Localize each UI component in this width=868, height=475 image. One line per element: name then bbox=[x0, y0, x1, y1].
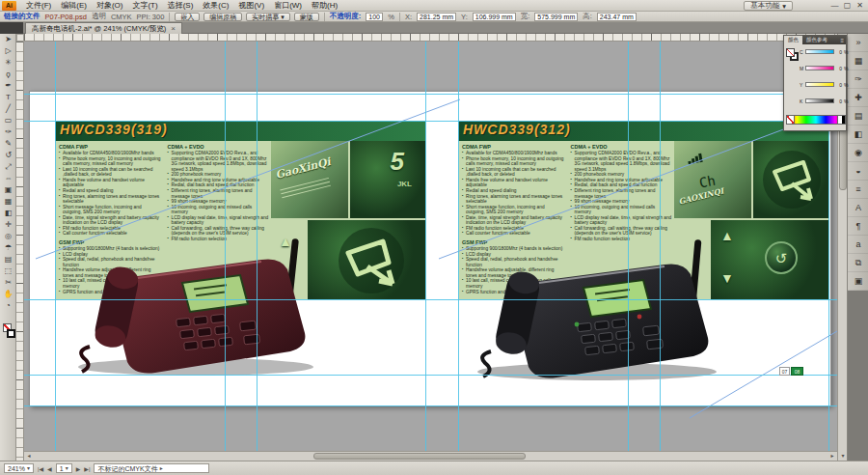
cyan-slider[interactable] bbox=[805, 49, 834, 54]
slice-tool-icon[interactable]: ✂ bbox=[0, 277, 16, 289]
height-input[interactable]: 243.47 mm bbox=[597, 13, 637, 21]
collapse-dock-icon[interactable]: » bbox=[848, 34, 868, 52]
brushes-panel-icon[interactable]: ✑ bbox=[848, 70, 868, 89]
tab-color[interactable]: 颜色 bbox=[784, 36, 802, 44]
paragraph-panel-icon[interactable]: ¶ bbox=[848, 217, 868, 236]
swatches-panel-icon[interactable]: ▦ bbox=[848, 52, 868, 70]
stroke-color-swatch[interactable] bbox=[7, 329, 15, 338]
x-input[interactable]: 281.25 mm bbox=[417, 13, 456, 21]
zoom-tool-icon[interactable]: ◔ bbox=[0, 300, 16, 312]
symbols-panel-icon[interactable]: ✚ bbox=[848, 89, 868, 107]
menu-select[interactable]: 选择(S) bbox=[163, 0, 199, 11]
mesh-tool-icon[interactable]: ▦ bbox=[0, 196, 16, 208]
next-artboard-icon[interactable]: ▶ bbox=[76, 465, 81, 472]
tab-color-guide[interactable]: 颜色参考 bbox=[802, 36, 831, 44]
fill-stroke-indicator[interactable] bbox=[786, 48, 800, 62]
tools: ➤▷✳ϙ✒T╱▭✑✎↺⤢⇔▣▦◧✛◎☂▤⬚✂✋◔ bbox=[0, 34, 15, 312]
page-number-chip: 08 bbox=[791, 367, 803, 376]
previous-artboard-icon[interactable]: ◀ bbox=[47, 465, 52, 472]
workspace-switcher[interactable]: 基本功能 ▾ bbox=[744, 1, 793, 11]
horizontal-scrollbar[interactable]: ◂ ▸ bbox=[24, 451, 837, 461]
stroke-panel-icon[interactable]: ≡ bbox=[848, 181, 868, 199]
menu-type[interactable]: 文字(T) bbox=[127, 0, 162, 11]
menu-edit[interactable]: 编辑(E) bbox=[56, 0, 92, 11]
scroll-right-icon[interactable]: ▸ bbox=[827, 452, 837, 461]
paintbrush-tool-icon[interactable]: ✑ bbox=[0, 126, 16, 138]
brand-script-text: GaoXinQi bbox=[274, 155, 332, 182]
black-slider-row: K 0 % bbox=[800, 98, 848, 104]
none-color-swatch[interactable] bbox=[787, 116, 795, 124]
close-icon[interactable]: × bbox=[171, 24, 176, 33]
artboard-number-field[interactable]: 1 ▾ bbox=[56, 463, 72, 473]
blend-tool-icon[interactable]: ◎ bbox=[0, 231, 16, 242]
control-buttons: 嵌入编辑原稿实时描摹 ▾蒙版 bbox=[175, 13, 318, 21]
symbol-sprayer-tool-icon[interactable]: ☂ bbox=[0, 242, 16, 254]
yellow-slider[interactable] bbox=[805, 82, 834, 87]
menu-window[interactable]: 窗口(W) bbox=[269, 0, 307, 11]
pen-tool-icon[interactable]: ✒ bbox=[0, 80, 16, 92]
transparency-panel-icon[interactable]: ◒ bbox=[848, 162, 868, 181]
hand-tool-icon[interactable]: ✋ bbox=[0, 289, 16, 300]
edit-original-button[interactable]: 编辑原稿 bbox=[203, 13, 242, 21]
minimize-button[interactable]: — bbox=[828, 0, 841, 11]
rectangle-tool-icon[interactable]: ▭ bbox=[0, 115, 16, 126]
direct-selection-tool-icon[interactable]: ▷ bbox=[0, 45, 16, 57]
appearance-panel-icon[interactable]: ◉ bbox=[848, 144, 868, 162]
line-tool-icon[interactable]: ╱ bbox=[0, 103, 16, 115]
eyedropper-tool-icon[interactable]: ✛ bbox=[0, 219, 16, 231]
fill-chip[interactable] bbox=[786, 48, 795, 57]
zoom-level-field[interactable]: 241% ▾ bbox=[4, 463, 34, 473]
spread-header-band: HWCD339(319) bbox=[55, 121, 425, 141]
black-slider[interactable] bbox=[805, 98, 834, 103]
width-input[interactable]: 575.999 mm bbox=[534, 13, 578, 21]
pencil-tool-icon[interactable]: ✎ bbox=[0, 138, 16, 150]
menu-object[interactable]: 对象(O) bbox=[92, 0, 128, 11]
key-digit-5: 5 bbox=[391, 147, 404, 177]
first-artboard-icon[interactable]: |◀ bbox=[38, 465, 43, 472]
linked-file-label[interactable]: 链接的文件 bbox=[4, 12, 41, 21]
scale-tool-icon[interactable]: ⤢ bbox=[0, 161, 16, 173]
selection-tool-icon[interactable]: ➤ bbox=[0, 34, 16, 45]
y-input[interactable]: 106.999 mm bbox=[473, 13, 516, 21]
slider-value[interactable]: 0 bbox=[836, 82, 842, 88]
gradient-panel-icon[interactable]: ◧ bbox=[848, 126, 868, 144]
type-tool-icon[interactable]: T bbox=[0, 92, 16, 103]
canvas[interactable]: HWCD339(319) CDMA FWP Available for CDMA… bbox=[24, 42, 837, 461]
slider-value[interactable]: 0 bbox=[836, 98, 842, 104]
slider-value[interactable]: 0 bbox=[836, 49, 842, 55]
close-button[interactable]: ✕ bbox=[854, 0, 866, 11]
embed-button[interactable]: 嵌入 bbox=[175, 13, 200, 21]
magic-wand-tool-icon[interactable]: ✳ bbox=[0, 57, 16, 69]
artboards-panel-icon[interactable]: ▣ bbox=[848, 272, 868, 291]
free-transform-tool-icon[interactable]: ▣ bbox=[0, 184, 16, 196]
glyphs-panel-icon[interactable]: a bbox=[848, 236, 868, 254]
width-tool-icon[interactable]: ⇔ bbox=[0, 173, 16, 184]
lasso-tool-icon[interactable]: ϙ bbox=[0, 69, 16, 80]
live-trace-button[interactable]: 实时描摹 ▾ bbox=[246, 13, 289, 21]
panel-menu-icon[interactable]: ≡ bbox=[840, 38, 846, 43]
menu-help[interactable]: 帮助(H) bbox=[307, 0, 342, 11]
last-artboard-icon[interactable]: ▶| bbox=[84, 465, 90, 472]
opacity-label[interactable]: 不透明度: bbox=[330, 12, 362, 21]
character-panel-icon[interactable]: A bbox=[848, 199, 868, 217]
layers-panel-icon[interactable]: ⧉ bbox=[848, 254, 868, 272]
menu-file[interactable]: 文件(F) bbox=[21, 0, 56, 11]
graph-tool-icon[interactable]: ▤ bbox=[0, 254, 16, 265]
rotate-tool-icon[interactable]: ↺ bbox=[0, 150, 16, 161]
menu-view[interactable]: 视图(V) bbox=[233, 0, 269, 11]
menu-effect[interactable]: 效果(C) bbox=[198, 0, 233, 11]
mask-button[interactable]: 蒙版 bbox=[294, 13, 319, 21]
color-spectrum-bar[interactable] bbox=[786, 115, 846, 125]
scroll-left-icon[interactable]: ◂ bbox=[24, 452, 34, 461]
restore-button[interactable]: ▢ bbox=[841, 0, 854, 11]
magenta-slider[interactable] bbox=[805, 66, 834, 70]
black-white-swatch[interactable] bbox=[837, 116, 845, 124]
document-tab[interactable]: 高新奇电话机-2.ai* @ 241% (CMYK/预览) × bbox=[25, 22, 182, 34]
opacity-input[interactable]: 100 bbox=[366, 13, 383, 21]
slider-value[interactable]: 0 bbox=[836, 66, 842, 71]
horizontal-scroll-thumb[interactable] bbox=[313, 453, 526, 460]
gradient-tool-icon[interactable]: ◧ bbox=[0, 208, 16, 219]
graphic-styles-panel-icon[interactable]: ▤ bbox=[848, 107, 868, 126]
status-display-field[interactable]: 不标记的CMYK文件 ▸ bbox=[94, 463, 209, 473]
artboard-tool-icon[interactable]: ⬚ bbox=[0, 265, 16, 277]
